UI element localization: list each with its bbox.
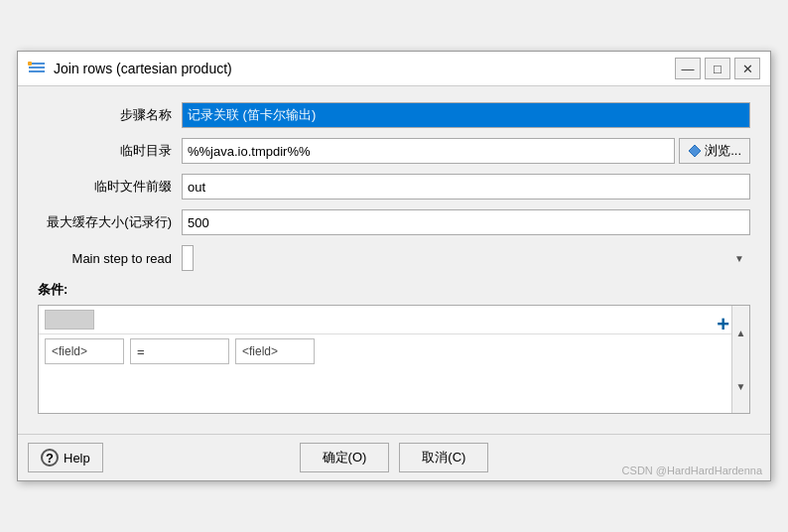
window-controls: — □ ✕ [675, 58, 760, 79]
minimize-button[interactable]: — [675, 58, 701, 79]
help-button[interactable]: ? Help [28, 443, 103, 472]
temp-prefix-input[interactable] [182, 174, 750, 200]
title-bar: Join rows (cartesian product) — □ ✕ [18, 52, 770, 86]
main-step-label: Main step to read [38, 251, 182, 266]
temp-dir-label: 临时目录 [38, 142, 182, 160]
max-cache-input[interactable] [182, 209, 750, 235]
dialog-content: 步骤名称 临时目录 浏览... 临时文件前缀 最大缓存大小(记录行) [18, 86, 770, 434]
max-cache-row: 最大缓存大小(记录行) [38, 209, 750, 235]
svg-marker-4 [689, 145, 701, 157]
help-icon: ? [41, 449, 59, 466]
conditions-label: 条件: [38, 281, 750, 299]
footer-center: 确定(O) 取消(C) [275, 443, 512, 472]
window-title: Join rows (cartesian product) [54, 61, 675, 76]
main-step-select[interactable] [182, 245, 194, 271]
conditions-row-0: <field> = <field> <value> [39, 334, 749, 368]
dialog-footer: ? Help 确定(O) 取消(C) [18, 434, 770, 480]
footer-left: ? Help [28, 443, 265, 472]
conditions-header [39, 306, 749, 334]
step-name-input[interactable] [182, 102, 750, 128]
header-empty [45, 310, 94, 330]
temp-dir-field-group: 浏览... [182, 138, 750, 164]
add-condition-button[interactable]: + [717, 314, 729, 335]
maximize-button[interactable]: □ [705, 58, 730, 79]
browse-button[interactable]: 浏览... [679, 138, 750, 164]
step-name-label: 步骤名称 [38, 106, 182, 124]
temp-prefix-row: 临时文件前缀 [38, 174, 750, 200]
scroll-controls: ▲ ▼ [731, 306, 749, 413]
max-cache-label: 最大缓存大小(记录行) [38, 213, 182, 231]
main-step-select-wrapper [182, 245, 750, 271]
close-button[interactable]: ✕ [734, 58, 760, 79]
main-step-row: Main step to read [38, 245, 750, 271]
svg-rect-2 [29, 70, 45, 72]
cancel-button[interactable]: 取消(C) [399, 443, 488, 472]
window-icon [28, 60, 46, 77]
temp-dir-input[interactable] [182, 138, 675, 164]
step-name-row: 步骤名称 [38, 102, 750, 128]
diamond-icon [688, 144, 702, 158]
svg-rect-1 [29, 66, 45, 68]
svg-rect-3 [28, 62, 32, 66]
cond-operator[interactable]: = [130, 338, 229, 364]
temp-dir-row: 临时目录 浏览... [38, 138, 750, 164]
ok-button[interactable]: 确定(O) [300, 443, 390, 472]
conditions-area: <field> = <field> <value> + ▲ ▼ [38, 305, 750, 414]
temp-prefix-label: 临时文件前缀 [38, 178, 182, 196]
cond-field1[interactable]: <field> [45, 338, 124, 364]
scroll-up-button[interactable]: ▲ [732, 306, 749, 359]
scroll-down-button[interactable]: ▼ [732, 359, 749, 413]
cond-field2[interactable]: <field> [235, 338, 315, 364]
